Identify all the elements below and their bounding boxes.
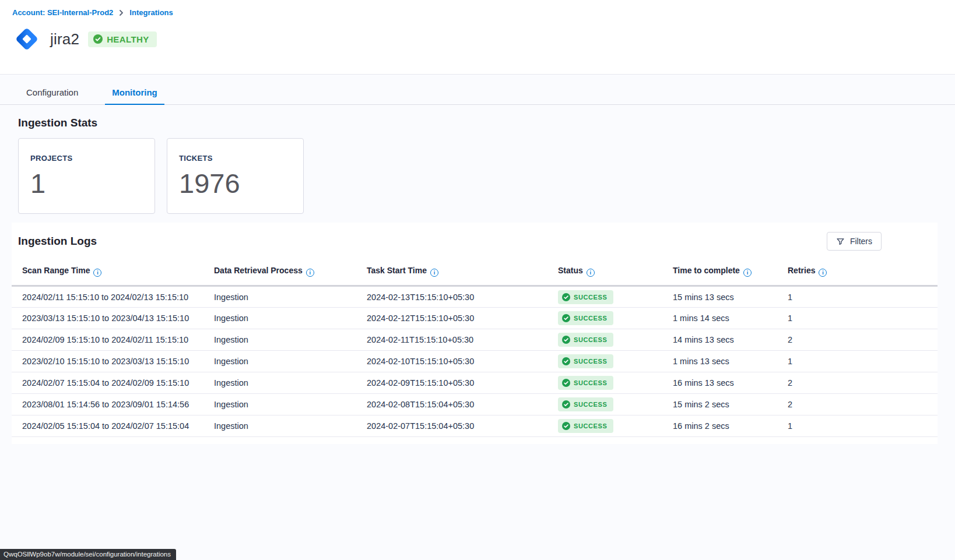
status-badge-label: SUCCESS [574, 358, 607, 365]
status-cell: SUCCESS [558, 394, 673, 415]
info-icon[interactable]: i [93, 269, 101, 277]
health-status-label: HEALTHY [107, 34, 149, 44]
chevron-right-icon [118, 10, 124, 16]
check-circle-icon [562, 357, 570, 365]
logs-table-head: Scan Range Timei Data Retrieval Processi… [12, 261, 938, 286]
column-retries: Retriesi [788, 261, 938, 286]
retries-cell: 1 [788, 415, 938, 437]
stats-cards: PROJECTS 1 TICKETS 1976 [18, 138, 938, 214]
integration-title-row: jira2 HEALTHY [12, 24, 955, 54]
status-badge: SUCCESS [558, 354, 613, 368]
scan-range-cell: 2023/03/13 15:15:10 to 2023/04/13 15:15:… [12, 308, 214, 329]
log-row: 2024/02/07 15:15:04 to 2024/02/09 15:15:… [12, 372, 938, 394]
scan-range-cell: 2023/08/01 15:14:56 to 2023/09/01 15:14:… [12, 394, 214, 415]
status-badge: SUCCESS [558, 376, 613, 390]
monitoring-tab-content: Ingestion Stats PROJECTS 1 TICKETS 1976 … [0, 105, 955, 444]
status-badge-label: SUCCESS [574, 422, 607, 429]
breadcrumb: Account: SEI-Internal-Prod2 Integrations [12, 8, 955, 17]
time-to-complete-cell: 14 mins 13 secs [673, 329, 788, 351]
breadcrumb-integrations-link[interactable]: Integrations [129, 8, 173, 17]
check-circle-icon [562, 400, 570, 408]
info-icon[interactable]: i [430, 269, 438, 277]
info-icon[interactable]: i [819, 269, 827, 277]
status-badge-label: SUCCESS [574, 315, 607, 322]
retries-cell: 2 [788, 372, 938, 394]
log-row: 2023/03/13 15:15:10 to 2023/04/13 15:15:… [12, 308, 938, 329]
time-to-complete-cell: 15 mins 13 secs [673, 286, 788, 308]
stat-value: 1 [30, 170, 143, 197]
process-cell: Ingestion [214, 415, 367, 437]
filters-button[interactable]: Filters [827, 232, 882, 251]
info-icon[interactable]: i [587, 269, 595, 277]
status-cell: SUCCESS [558, 329, 673, 351]
funnel-icon [836, 237, 845, 246]
stat-value: 1976 [179, 170, 292, 197]
stat-card-tickets: TICKETS 1976 [167, 138, 304, 214]
task-start-cell: 2024-02-07T15:15:04+05:30 [367, 415, 558, 437]
logs-table-body: 2024/02/11 15:15:10 to 2024/02/13 15:15:… [12, 286, 938, 437]
time-to-complete-cell: 1 mins 13 secs [673, 351, 788, 372]
page-title: jira2 [50, 30, 79, 48]
check-circle-icon [562, 379, 570, 387]
tab-monitoring[interactable]: Monitoring [105, 82, 164, 105]
column-task-start-time: Task Start Timei [367, 261, 558, 286]
scan-range-cell: 2024/02/07 15:15:04 to 2024/02/09 15:15:… [12, 372, 214, 394]
time-to-complete-cell: 1 mins 14 secs [673, 308, 788, 329]
stat-label: TICKETS [179, 154, 292, 163]
process-cell: Ingestion [214, 308, 367, 329]
task-start-cell: 2024-02-08T15:15:04+05:30 [367, 394, 558, 415]
check-circle-icon [562, 336, 570, 344]
task-start-cell: 2024-02-10T15:15:10+05:30 [367, 351, 558, 372]
status-cell: SUCCESS [558, 372, 673, 394]
status-badge: SUCCESS [558, 290, 613, 304]
process-cell: Ingestion [214, 286, 367, 308]
check-circle-icon [562, 314, 570, 322]
status-badge-label: SUCCESS [574, 379, 607, 386]
column-scan-range-time: Scan Range Timei [12, 261, 214, 286]
status-badge: SUCCESS [558, 397, 613, 411]
check-circle-icon [562, 293, 570, 301]
scan-range-cell: 2024/02/11 15:15:10 to 2024/02/13 15:15:… [12, 286, 214, 308]
tab-bar: Configuration Monitoring [0, 75, 955, 105]
ingestion-logs-title: Ingestion Logs [18, 235, 97, 248]
scan-range-cell: 2024/02/09 15:15:10 to 2024/02/11 15:15:… [12, 329, 214, 351]
log-row: 2024/02/05 15:15:04 to 2024/02/07 15:15:… [12, 415, 938, 437]
column-data-retrieval-process: Data Retrieval Processi [214, 261, 367, 286]
ingestion-logs-header: Ingestion Logs Filters [12, 232, 938, 251]
jira-logo-icon [12, 24, 41, 54]
page-header: Account: SEI-Internal-Prod2 Integrations… [0, 0, 955, 75]
retries-cell: 2 [788, 329, 938, 351]
ingestion-stats-section: Ingestion Stats PROJECTS 1 TICKETS 1976 [0, 105, 955, 214]
tab-configuration[interactable]: Configuration [19, 82, 85, 105]
status-cell: SUCCESS [558, 351, 673, 372]
ingestion-stats-title: Ingestion Stats [18, 117, 938, 129]
process-cell: Ingestion [214, 329, 367, 351]
log-row: 2023/02/10 15:15:10 to 2023/03/13 15:15:… [12, 351, 938, 372]
scan-range-cell: 2024/02/05 15:15:04 to 2024/02/07 15:15:… [12, 415, 214, 437]
info-icon[interactable]: i [306, 269, 314, 277]
retries-cell: 1 [788, 286, 938, 308]
task-start-cell: 2024-02-13T15:15:10+05:30 [367, 286, 558, 308]
process-cell: Ingestion [214, 372, 367, 394]
check-circle-icon [93, 34, 103, 44]
stat-label: PROJECTS [30, 154, 143, 163]
column-time-to-complete: Time to completei [673, 261, 788, 286]
status-badge-label: SUCCESS [574, 294, 607, 301]
status-badge: SUCCESS [558, 419, 613, 433]
log-row: 2024/02/11 15:15:10 to 2024/02/13 15:15:… [12, 286, 938, 308]
status-cell: SUCCESS [558, 286, 673, 308]
column-status: Statusi [558, 261, 673, 286]
time-to-complete-cell: 15 mins 2 secs [673, 394, 788, 415]
ingestion-logs-section: Ingestion Logs Filters Scan Range Timei … [12, 223, 938, 444]
status-badge: SUCCESS [558, 311, 613, 325]
task-start-cell: 2024-02-09T15:15:10+05:30 [367, 372, 558, 394]
stat-card-projects: PROJECTS 1 [18, 138, 155, 214]
status-badge-label: SUCCESS [574, 336, 607, 343]
log-row: 2023/08/01 15:14:56 to 2023/09/01 15:14:… [12, 394, 938, 415]
task-start-cell: 2024-02-11T15:15:10+05:30 [367, 329, 558, 351]
info-icon[interactable]: i [743, 269, 752, 277]
process-cell: Ingestion [214, 394, 367, 415]
breadcrumb-account-link[interactable]: Account: SEI-Internal-Prod2 [12, 8, 113, 17]
status-badge: SUCCESS [558, 333, 613, 347]
scan-range-cell: 2023/02/10 15:15:10 to 2023/03/13 15:15:… [12, 351, 214, 372]
